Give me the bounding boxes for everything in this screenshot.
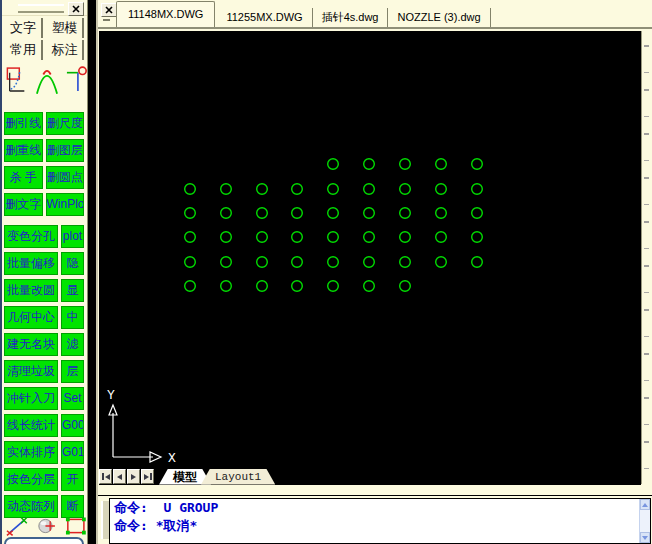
document-minimize-grip[interactable] bbox=[103, 19, 110, 21]
tab-layout1[interactable]: Layout1 bbox=[201, 469, 275, 485]
sidebar-button[interactable]: 隐 bbox=[61, 252, 84, 275]
pin-leader-icon[interactable] bbox=[66, 62, 88, 98]
sidebar-button[interactable]: 批量改圆 bbox=[4, 279, 58, 302]
sidebar-button[interactable]: 清理垃圾 bbox=[4, 360, 58, 383]
sidebar-button[interactable]: 变色分孔 bbox=[4, 225, 58, 248]
sidebar-button[interactable]: 层 bbox=[61, 360, 84, 383]
doc-tab[interactable]: NOZZLE (3).dwg bbox=[388, 8, 490, 27]
hole-circle bbox=[221, 184, 232, 195]
drawing-window: 11148MX.DWG11255MX.DWG插针4s.dwgNOZZLE (3)… bbox=[96, 0, 652, 544]
hole-circle bbox=[328, 208, 339, 219]
sidebar-button-row: 删重线删图层 bbox=[4, 139, 84, 162]
sidebar-button[interactable]: 杀 手 bbox=[4, 166, 43, 189]
drawing-svg: Y X bbox=[99, 31, 641, 468]
ucs-y-label: Y bbox=[107, 388, 115, 403]
sidebar-button[interactable]: 批量偏移 bbox=[4, 252, 58, 275]
sidebar-button[interactable]: 显 bbox=[61, 279, 84, 302]
doc-tab[interactable]: 11148MX.DWG bbox=[116, 1, 215, 27]
scroll-down-icon bbox=[642, 536, 648, 540]
hole-circle bbox=[221, 257, 232, 268]
docked-toolbar-icons bbox=[644, 45, 649, 470]
hole-circle bbox=[364, 257, 375, 268]
palette-tab-mold[interactable]: 塑模 bbox=[46, 18, 85, 38]
tab-previous-button[interactable] bbox=[113, 469, 126, 484]
hole-circle bbox=[328, 232, 339, 243]
sidebar-button-row: 按色分层开 bbox=[4, 468, 84, 491]
drawing-canvas[interactable]: Y X bbox=[99, 31, 641, 468]
command-splitter[interactable] bbox=[98, 485, 652, 496]
sidebar-button[interactable]: 按色分层 bbox=[4, 468, 58, 491]
sidebar-button[interactable]: 实体排序 bbox=[4, 441, 58, 464]
sidebar-button-row: 建无名块滤 bbox=[4, 333, 84, 356]
doc-tabbar-tabs: 11148MX.DWG11255MX.DWG插针4s.dwgNOZZLE (3)… bbox=[116, 0, 652, 27]
spline-curve-icon[interactable] bbox=[6, 62, 28, 98]
hole-circle bbox=[436, 232, 447, 243]
sidebar-button[interactable]: 删引线 bbox=[4, 112, 43, 135]
hole-circle bbox=[436, 184, 447, 195]
palette-titlebar[interactable] bbox=[2, 0, 87, 16]
sidebar-button[interactable]: 几何中心 bbox=[4, 306, 58, 329]
hole-circle bbox=[364, 232, 375, 243]
tab-first-button[interactable] bbox=[99, 469, 112, 484]
hole-circle bbox=[436, 208, 447, 219]
sidebar-button[interactable]: 滤 bbox=[61, 333, 84, 356]
sidebar-button[interactable]: plot bbox=[61, 225, 84, 248]
docked-toolbar-strip[interactable] bbox=[641, 31, 652, 484]
hole-circle bbox=[400, 159, 411, 170]
sidebar-button[interactable]: 冲针入刀 bbox=[4, 387, 58, 410]
tool-palette-panel: 文字 塑模 常用 标注 删引线删尺度删重线删图层杀 手删圆点删文字WinPlot… bbox=[0, 0, 88, 544]
hole-circle bbox=[292, 208, 303, 219]
hole-circle bbox=[185, 232, 196, 243]
sidebar-button[interactable]: 建无名块 bbox=[4, 333, 58, 356]
sidebar-button[interactable]: 断 bbox=[61, 495, 84, 518]
corner-rectangle-icon[interactable] bbox=[65, 516, 88, 536]
palette-close-button[interactable] bbox=[68, 2, 84, 16]
sphere-icon[interactable] bbox=[36, 516, 59, 536]
sidebar-button[interactable]: 动态陈列 bbox=[4, 495, 58, 518]
sidebar-button[interactable]: 删图层 bbox=[46, 139, 85, 162]
sidebar-button[interactable]: 删文字 bbox=[4, 193, 43, 216]
sidebar-button[interactable]: G00 bbox=[61, 414, 84, 437]
hole-circle bbox=[185, 257, 196, 268]
sidebar-button[interactable]: 开 bbox=[61, 468, 84, 491]
hole-circle bbox=[472, 184, 483, 195]
sidebar-button[interactable]: 删圆点 bbox=[46, 166, 85, 189]
hole-circle bbox=[400, 257, 411, 268]
scroll-down-button[interactable] bbox=[640, 532, 650, 543]
previous-tab-icon bbox=[117, 474, 122, 480]
hole-circle bbox=[328, 184, 339, 195]
sidebar-buttons: 删引线删尺度删重线删图层杀 手删圆点删文字WinPlot变色分孔plot批量偏移… bbox=[4, 112, 84, 518]
sidebar-button[interactable]: 删尺度 bbox=[46, 112, 85, 135]
scroll-up-button[interactable] bbox=[640, 499, 650, 510]
sidebar-button-row: 批量偏移隐 bbox=[4, 252, 84, 275]
sidebar-button[interactable]: 删重线 bbox=[4, 139, 43, 162]
doc-tab[interactable]: 11255MX.DWG bbox=[217, 8, 312, 27]
doc-tab[interactable]: 插针4s.dwg bbox=[313, 8, 389, 27]
command-window[interactable]: 命令: U GROUP 命令: *取消* bbox=[109, 498, 651, 544]
palette-tab-dimension[interactable]: 标注 bbox=[46, 40, 85, 60]
document-close-button[interactable] bbox=[101, 3, 117, 17]
sidebar-button-row: 变色分孔plot bbox=[4, 225, 84, 248]
hole-circle bbox=[400, 232, 411, 243]
sidebar-input[interactable] bbox=[4, 537, 84, 544]
sidebar-button[interactable]: 线长统计 bbox=[4, 414, 58, 437]
tab-last-button[interactable] bbox=[141, 469, 154, 484]
sidebar-button[interactable]: G01 bbox=[61, 441, 84, 464]
palette-tab-common[interactable]: 常用 bbox=[4, 40, 43, 60]
palette-tab-group: 文字 塑模 常用 标注 bbox=[2, 16, 87, 62]
palette-tab-text[interactable]: 文字 bbox=[4, 18, 43, 38]
command-scrollbar[interactable] bbox=[639, 499, 650, 543]
close-icon bbox=[105, 6, 113, 14]
palette-drag-grip[interactable] bbox=[18, 4, 64, 13]
sidebar-button[interactable]: Set bbox=[61, 387, 84, 410]
endpoint-line-icon[interactable] bbox=[6, 516, 29, 536]
next-tab-icon bbox=[131, 474, 136, 480]
hole-circle bbox=[292, 281, 303, 292]
hole-circle bbox=[400, 184, 411, 195]
peak-arc-icon[interactable] bbox=[36, 62, 58, 98]
tab-next-button[interactable] bbox=[127, 469, 140, 484]
command-area: 命令: U GROUP 命令: *取消* bbox=[98, 496, 652, 544]
sidebar-button[interactable]: 中 bbox=[61, 306, 84, 329]
hole-circle bbox=[292, 257, 303, 268]
sidebar-button[interactable]: WinPlot bbox=[46, 193, 85, 216]
